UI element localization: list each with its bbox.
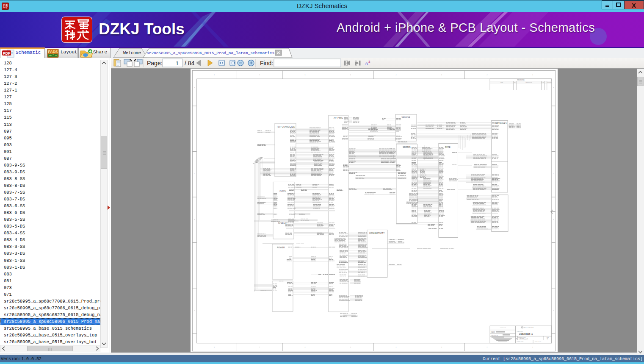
svg-text:PROJECT NAME: PROJECT NAME [518, 337, 526, 338]
svg-text:Page:: Page: [147, 60, 163, 67]
svg-text:4: 4 [396, 74, 397, 76]
svg-text:APPROVALS: APPROVALS [500, 327, 506, 328]
svg-text:c: c [553, 173, 554, 175]
svg-text:MOBILE DEVICES: MOBILE DEVICES [524, 328, 531, 329]
svg-text:RFFE: RFFE [445, 146, 451, 148]
svg-text:R: R [516, 338, 517, 340]
svg-text:sr28c58995_a: sr28c58995_a [519, 333, 533, 335]
svg-text:6: 6 [305, 347, 306, 348]
svg-text:a: a [368, 59, 370, 64]
svg-text:a: a [553, 310, 554, 311]
svg-text:sr28c58995_a_sp68c58996_0615_P: sr28c58995_a_sp68c58996_0615_Prod_na_lat… [146, 51, 274, 56]
svg-text:CONNECTIVITY: CONNECTIVITY [369, 232, 385, 234]
svg-text:X: X [632, 2, 636, 9]
svg-text:5: 5 [350, 347, 351, 348]
svg-text:6: 6 [305, 74, 306, 76]
svg-text:POWER: POWER [277, 247, 285, 249]
svg-text:SDR865: SDR865 [403, 146, 411, 148]
svg-text:DATE: DATE [542, 82, 544, 83]
svg-text:7: 7 [259, 74, 260, 76]
svg-text:LINE WIDTH BY: LINE WIDTH BY [491, 335, 498, 336]
svg-text:2: 2 [487, 74, 488, 76]
svg-text:sr28c58995_a_sch: sr28c58995_a_sch [519, 338, 528, 340]
svg-text:3: 3 [441, 347, 442, 348]
svg-text:SHEET TITLE: SHEET TITLE [517, 331, 523, 332]
svg-text:d: d [553, 87, 554, 89]
svg-text:1: 1 [176, 60, 179, 67]
svg-text:7: 7 [259, 347, 260, 348]
svg-text:REV: REV [514, 82, 516, 83]
svg-text:SENSOR: SENSOR [401, 117, 410, 119]
svg-text:b: b [194, 219, 195, 220]
svg-text:Find:: Find: [260, 60, 273, 67]
svg-text:5: 5 [350, 74, 351, 76]
svg-text:8: 8 [214, 347, 215, 348]
svg-text:/ 84: / 84 [185, 60, 195, 67]
svg-text:2: 2 [487, 347, 488, 348]
svg-text:E1: E1 [547, 338, 549, 340]
svg-text:APPROVED: APPROVED [547, 82, 552, 83]
svg-text:c: c [194, 173, 195, 175]
svg-text:8: 8 [214, 74, 215, 76]
svg-text:1: 1 [532, 347, 533, 348]
svg-text:ZONE: ZONE [500, 82, 503, 83]
svg-text:SIZE: SIZE [547, 337, 549, 338]
svg-text:PDF: PDF [3, 51, 11, 56]
svg-text:3: 3 [441, 74, 442, 76]
svg-text:4: 4 [396, 347, 397, 348]
svg-text:AP_PMIC: AP_PMIC [334, 117, 343, 119]
svg-text:a: a [194, 310, 195, 311]
svg-text:PLOT BY DATE: PLOT BY DATE [517, 341, 524, 342]
svg-text:d: d [194, 87, 195, 89]
svg-text:AUDIO: AUDIO [279, 190, 286, 192]
svg-text:MOTOROLA: MOTOROLA [524, 327, 534, 328]
svg-text:DWG 1 OF 84: DWG 1 OF 84 [535, 341, 542, 342]
svg-text:b: b [553, 219, 554, 220]
svg-text:REVISIONS: REVISIONS [517, 79, 524, 81]
svg-text:DRAWN: DRAWN [491, 331, 495, 333]
svg-text:DESCRIPTION: DESCRIPTION [526, 82, 532, 83]
svg-text:Welcome: Welcome [123, 51, 141, 56]
svg-text:1: 1 [532, 74, 533, 76]
svg-text:PADS: PADS [48, 50, 58, 54]
